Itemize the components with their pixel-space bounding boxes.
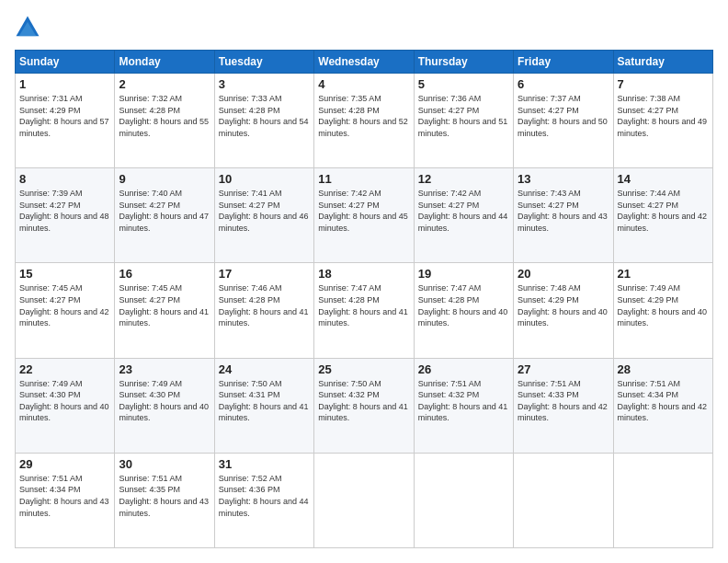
calendar: SundayMondayTuesdayWednesdayThursdayFrid… (15, 50, 713, 548)
day-number: 22 (19, 362, 110, 376)
day-info: Sunrise: 7:49 AMSunset: 4:29 PMDaylight:… (618, 282, 709, 328)
day-cell: 1Sunrise: 7:31 AMSunset: 4:29 PMDaylight… (16, 74, 115, 168)
week-row-4: 22Sunrise: 7:49 AMSunset: 4:30 PMDayligh… (16, 358, 713, 453)
day-info: Sunrise: 7:42 AMSunset: 4:27 PMDaylight:… (318, 188, 409, 234)
day-number: 15 (19, 267, 110, 281)
day-cell: 13Sunrise: 7:43 AMSunset: 4:27 PMDayligh… (514, 168, 613, 263)
day-cell: 26Sunrise: 7:51 AMSunset: 4:32 PMDayligh… (414, 358, 513, 453)
day-cell: 24Sunrise: 7:50 AMSunset: 4:31 PMDayligh… (214, 358, 313, 453)
day-cell: 19Sunrise: 7:47 AMSunset: 4:28 PMDayligh… (414, 263, 513, 358)
day-number: 31 (219, 457, 310, 471)
day-cell: 2Sunrise: 7:32 AMSunset: 4:28 PMDaylight… (115, 74, 214, 168)
day-number: 25 (318, 362, 409, 376)
day-info: Sunrise: 7:45 AMSunset: 4:27 PMDaylight:… (19, 282, 110, 328)
day-cell (613, 453, 712, 547)
day-cell: 27Sunrise: 7:51 AMSunset: 4:33 PMDayligh… (514, 358, 613, 453)
week-row-2: 8Sunrise: 7:39 AMSunset: 4:27 PMDaylight… (16, 168, 713, 263)
day-number: 24 (219, 362, 310, 376)
day-cell: 23Sunrise: 7:49 AMSunset: 4:30 PMDayligh… (115, 358, 214, 453)
day-info: Sunrise: 7:39 AMSunset: 4:27 PMDaylight:… (19, 188, 110, 234)
day-cell (514, 453, 613, 547)
day-cell: 31Sunrise: 7:52 AMSunset: 4:36 PMDayligh… (214, 453, 313, 547)
day-cell: 16Sunrise: 7:45 AMSunset: 4:27 PMDayligh… (115, 263, 214, 358)
day-cell: 9Sunrise: 7:40 AMSunset: 4:27 PMDaylight… (115, 168, 214, 263)
day-cell: 12Sunrise: 7:42 AMSunset: 4:27 PMDayligh… (414, 168, 513, 263)
day-info: Sunrise: 7:52 AMSunset: 4:36 PMDaylight:… (219, 473, 310, 519)
day-header-thursday: Thursday (414, 51, 513, 74)
day-number: 23 (119, 362, 210, 376)
day-info: Sunrise: 7:31 AMSunset: 4:29 PMDaylight:… (19, 93, 110, 139)
day-info: Sunrise: 7:45 AMSunset: 4:27 PMDaylight:… (119, 282, 210, 328)
day-info: Sunrise: 7:32 AMSunset: 4:28 PMDaylight:… (119, 93, 210, 139)
calendar-header-row: SundayMondayTuesdayWednesdayThursdayFrid… (16, 51, 713, 74)
day-number: 21 (618, 267, 709, 281)
day-header-tuesday: Tuesday (214, 51, 313, 74)
day-number: 7 (618, 77, 709, 91)
day-number: 11 (318, 172, 409, 186)
day-info: Sunrise: 7:51 AMSunset: 4:34 PMDaylight:… (19, 473, 110, 519)
day-number: 26 (418, 362, 509, 376)
day-cell (414, 453, 513, 547)
day-header-sunday: Sunday (16, 51, 115, 74)
day-cell: 10Sunrise: 7:41 AMSunset: 4:27 PMDayligh… (214, 168, 313, 263)
day-number: 12 (418, 172, 509, 186)
day-cell: 17Sunrise: 7:46 AMSunset: 4:28 PMDayligh… (214, 263, 313, 358)
day-header-friday: Friday (514, 51, 613, 74)
day-number: 17 (219, 267, 310, 281)
day-number: 29 (19, 457, 110, 471)
day-number: 5 (418, 77, 509, 91)
day-info: Sunrise: 7:48 AMSunset: 4:29 PMDaylight:… (518, 282, 609, 328)
week-row-3: 15Sunrise: 7:45 AMSunset: 4:27 PMDayligh… (16, 263, 713, 358)
day-info: Sunrise: 7:33 AMSunset: 4:28 PMDaylight:… (219, 93, 310, 139)
day-number: 20 (518, 267, 609, 281)
day-cell: 30Sunrise: 7:51 AMSunset: 4:35 PMDayligh… (115, 453, 214, 547)
day-number: 4 (318, 77, 409, 91)
day-info: Sunrise: 7:51 AMSunset: 4:33 PMDaylight:… (518, 378, 609, 424)
day-info: Sunrise: 7:43 AMSunset: 4:27 PMDaylight:… (518, 188, 609, 234)
day-info: Sunrise: 7:50 AMSunset: 4:32 PMDaylight:… (318, 378, 409, 424)
day-info: Sunrise: 7:35 AMSunset: 4:28 PMDaylight:… (318, 93, 409, 139)
day-number: 28 (618, 362, 709, 376)
logo-icon (15, 15, 40, 40)
day-number: 13 (518, 172, 609, 186)
day-number: 9 (119, 172, 210, 186)
day-number: 3 (219, 77, 310, 91)
day-info: Sunrise: 7:46 AMSunset: 4:28 PMDaylight:… (219, 282, 310, 328)
day-cell: 4Sunrise: 7:35 AMSunset: 4:28 PMDaylight… (314, 74, 414, 168)
day-number: 1 (19, 77, 110, 91)
day-cell: 11Sunrise: 7:42 AMSunset: 4:27 PMDayligh… (314, 168, 414, 263)
day-cell: 8Sunrise: 7:39 AMSunset: 4:27 PMDaylight… (16, 168, 115, 263)
day-cell: 3Sunrise: 7:33 AMSunset: 4:28 PMDaylight… (214, 74, 313, 168)
day-number: 16 (119, 267, 210, 281)
day-info: Sunrise: 7:36 AMSunset: 4:27 PMDaylight:… (418, 93, 509, 139)
day-number: 2 (119, 77, 210, 91)
day-info: Sunrise: 7:51 AMSunset: 4:32 PMDaylight:… (418, 378, 509, 424)
week-row-5: 29Sunrise: 7:51 AMSunset: 4:34 PMDayligh… (16, 453, 713, 547)
day-cell: 15Sunrise: 7:45 AMSunset: 4:27 PMDayligh… (16, 263, 115, 358)
day-info: Sunrise: 7:51 AMSunset: 4:35 PMDaylight:… (119, 473, 210, 519)
day-cell: 22Sunrise: 7:49 AMSunset: 4:30 PMDayligh… (16, 358, 115, 453)
day-header-saturday: Saturday (613, 51, 712, 74)
header (15, 15, 713, 40)
logo (15, 15, 44, 40)
day-info: Sunrise: 7:42 AMSunset: 4:27 PMDaylight:… (418, 188, 509, 234)
day-cell: 29Sunrise: 7:51 AMSunset: 4:34 PMDayligh… (16, 453, 115, 547)
day-cell (314, 453, 414, 547)
day-number: 18 (318, 267, 409, 281)
day-info: Sunrise: 7:37 AMSunset: 4:27 PMDaylight:… (518, 93, 609, 139)
day-number: 10 (219, 172, 310, 186)
day-cell: 20Sunrise: 7:48 AMSunset: 4:29 PMDayligh… (514, 263, 613, 358)
day-number: 27 (518, 362, 609, 376)
week-row-1: 1Sunrise: 7:31 AMSunset: 4:29 PMDaylight… (16, 74, 713, 168)
day-number: 6 (518, 77, 609, 91)
day-cell: 14Sunrise: 7:44 AMSunset: 4:27 PMDayligh… (613, 168, 712, 263)
day-info: Sunrise: 7:49 AMSunset: 4:30 PMDaylight:… (119, 378, 210, 424)
day-number: 8 (19, 172, 110, 186)
day-cell: 18Sunrise: 7:47 AMSunset: 4:28 PMDayligh… (314, 263, 414, 358)
day-info: Sunrise: 7:49 AMSunset: 4:30 PMDaylight:… (19, 378, 110, 424)
day-header-monday: Monday (115, 51, 214, 74)
day-cell: 25Sunrise: 7:50 AMSunset: 4:32 PMDayligh… (314, 358, 414, 453)
day-info: Sunrise: 7:38 AMSunset: 4:27 PMDaylight:… (618, 93, 709, 139)
page: SundayMondayTuesdayWednesdayThursdayFrid… (0, 0, 728, 563)
day-cell: 28Sunrise: 7:51 AMSunset: 4:34 PMDayligh… (613, 358, 712, 453)
